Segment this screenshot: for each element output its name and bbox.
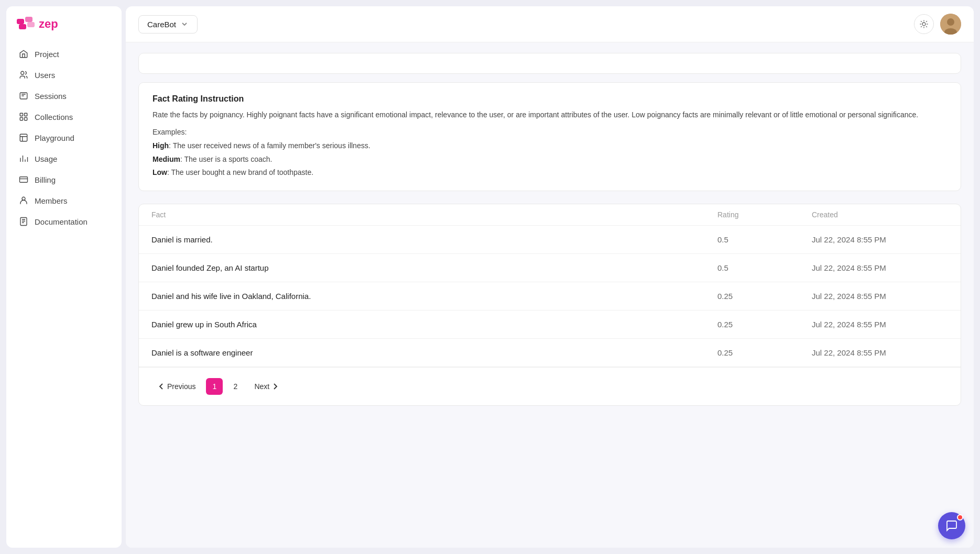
logo-text: zep xyxy=(39,17,58,31)
instruction-body: Rate the facts by poignancy. Highly poig… xyxy=(153,109,947,120)
next-label: Next xyxy=(254,382,269,391)
svg-line-26 xyxy=(921,26,922,27)
home-icon xyxy=(19,49,28,59)
sidebar-item-playground-label: Playground xyxy=(35,134,74,142)
fact-cell-1: Daniel founded Zep, an AI startup xyxy=(151,263,717,272)
sidebar-item-sessions[interactable]: Sessions xyxy=(12,86,116,106)
examples-label: Examples: xyxy=(153,128,947,136)
avatar-image xyxy=(940,14,961,35)
table-header: Fact Rating Created xyxy=(139,204,961,226)
collections-icon xyxy=(19,112,28,121)
header-right xyxy=(914,14,961,35)
logo: zep xyxy=(6,17,122,44)
content-area[interactable]: Fact Rating Instruction Rate the facts b… xyxy=(126,42,974,548)
svg-point-4 xyxy=(21,71,24,74)
sidebar-item-documentation-label: Documentation xyxy=(35,217,88,226)
svg-point-29 xyxy=(947,18,954,26)
sidebar-item-usage[interactable]: Usage xyxy=(12,149,116,169)
created-cell-1: Jul 22, 2024 8:55 PM xyxy=(812,263,948,272)
zep-logo-icon xyxy=(17,17,36,31)
sidebar-item-collections-label: Collections xyxy=(35,113,73,121)
billing-icon xyxy=(19,175,28,184)
user-avatar[interactable] xyxy=(940,14,961,35)
example-medium-level: Medium xyxy=(153,155,180,163)
col-created-header: Created xyxy=(812,210,948,219)
chat-fab-button[interactable] xyxy=(938,512,965,539)
playground-icon xyxy=(19,133,28,142)
sidebar-item-documentation[interactable]: Documentation xyxy=(12,212,116,231)
example-low-level: Low xyxy=(153,168,167,176)
created-cell-4: Jul 22, 2024 8:55 PM xyxy=(812,348,948,357)
chevron-left-icon xyxy=(158,383,165,390)
svg-rect-0 xyxy=(17,19,24,24)
fact-cell-0: Daniel is married. xyxy=(151,235,717,244)
col-rating-header: Rating xyxy=(717,210,812,219)
instruction-card: Fact Rating Instruction Rate the facts b… xyxy=(138,82,961,191)
sidebar-item-sessions-label: Sessions xyxy=(35,92,67,101)
example-medium-text: : The user is a sports coach. xyxy=(180,155,273,163)
chevron-down-icon xyxy=(180,20,189,28)
svg-rect-6 xyxy=(20,113,23,116)
page-2-button[interactable]: 2 xyxy=(227,378,244,395)
previous-button[interactable]: Previous xyxy=(151,379,202,394)
svg-line-22 xyxy=(921,21,922,22)
svg-rect-9 xyxy=(25,118,27,120)
svg-rect-1 xyxy=(19,24,26,29)
sidebar-item-project[interactable]: Project xyxy=(12,44,116,64)
sidebar-item-billing-label: Billing xyxy=(35,175,56,184)
facts-table: Fact Rating Created Daniel is married. 0… xyxy=(138,204,961,406)
page-1-label: 1 xyxy=(213,382,217,391)
pagination: Previous 1 2 Next xyxy=(139,367,961,405)
page-1-button[interactable]: 1 xyxy=(206,378,223,395)
documentation-icon xyxy=(19,217,28,226)
sun-icon xyxy=(919,19,929,29)
svg-rect-2 xyxy=(25,17,32,22)
table-row: Daniel is married. 0.5 Jul 22, 2024 8:55… xyxy=(139,226,961,254)
chevron-right-icon xyxy=(271,383,279,390)
page-2-label: 2 xyxy=(234,382,238,391)
table-row: Daniel is a software engineer 0.25 Jul 2… xyxy=(139,339,961,367)
theme-toggle-button[interactable] xyxy=(914,14,934,34)
svg-rect-3 xyxy=(27,22,35,27)
table-row: Daniel founded Zep, an AI startup 0.5 Ju… xyxy=(139,254,961,282)
col-fact-header: Fact xyxy=(151,210,717,219)
rating-cell-2: 0.25 xyxy=(717,292,812,301)
svg-line-23 xyxy=(926,26,927,27)
rating-cell-1: 0.5 xyxy=(717,263,812,272)
table-row: Daniel and his wife live in Oakland, Cal… xyxy=(139,282,961,311)
instruction-title: Fact Rating Instruction xyxy=(153,94,947,104)
sidebar-item-users[interactable]: Users xyxy=(12,65,116,85)
sidebar-item-members-label: Members xyxy=(35,196,68,205)
project-dropdown-label: CareBot xyxy=(147,20,176,29)
next-button[interactable]: Next xyxy=(248,379,285,394)
fact-cell-4: Daniel is a software engineer xyxy=(151,348,717,357)
usage-icon xyxy=(19,154,28,163)
example-low: Low: The user bought a new brand of toot… xyxy=(153,166,947,179)
fact-cell-3: Daniel grew up in South Africa xyxy=(151,320,717,329)
example-low-text: : The user bought a new brand of toothpa… xyxy=(167,168,313,176)
svg-rect-15 xyxy=(20,177,28,183)
partial-top-card xyxy=(138,53,961,74)
created-cell-0: Jul 22, 2024 8:55 PM xyxy=(812,235,948,244)
created-cell-2: Jul 22, 2024 8:55 PM xyxy=(812,292,948,301)
sidebar: zep Project Users xyxy=(6,6,122,548)
rating-cell-3: 0.25 xyxy=(717,320,812,329)
sidebar-item-playground[interactable]: Playground xyxy=(12,128,116,148)
main-content: CareBot xyxy=(126,6,974,548)
chat-notification-badge xyxy=(957,514,963,520)
svg-rect-7 xyxy=(25,113,27,116)
project-dropdown[interactable]: CareBot xyxy=(138,15,198,34)
svg-point-19 xyxy=(922,23,925,26)
example-high-level: High xyxy=(153,141,169,150)
sidebar-item-members[interactable]: Members xyxy=(12,191,116,210)
svg-line-27 xyxy=(926,21,927,22)
table-row: Daniel grew up in South Africa 0.25 Jul … xyxy=(139,311,961,339)
previous-label: Previous xyxy=(167,382,195,391)
sidebar-nav: Project Users Sessions xyxy=(6,44,122,231)
users-icon xyxy=(19,70,28,80)
rating-cell-4: 0.25 xyxy=(717,348,812,357)
sidebar-item-billing[interactable]: Billing xyxy=(12,170,116,190)
example-medium: Medium: The user is a sports coach. xyxy=(153,153,947,166)
svg-rect-10 xyxy=(20,134,27,141)
sidebar-item-collections[interactable]: Collections xyxy=(12,107,116,127)
